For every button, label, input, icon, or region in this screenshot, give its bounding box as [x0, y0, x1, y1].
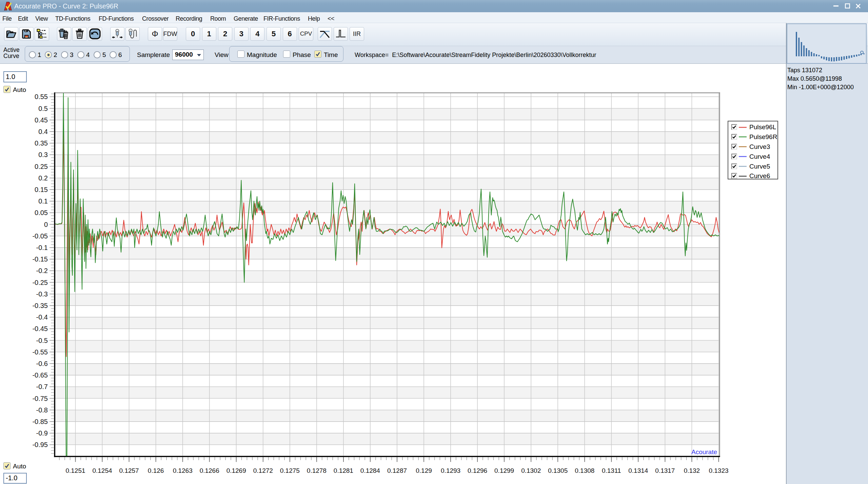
- svg-text:0.1272: 0.1272: [253, 467, 273, 474]
- svg-text:-0.6: -0.6: [36, 360, 48, 367]
- svg-text:0.1308: 0.1308: [575, 467, 594, 474]
- svg-text:0.1257: 0.1257: [119, 467, 139, 474]
- svg-text:0.5: 0.5: [38, 105, 48, 112]
- svg-text:-0.35: -0.35: [32, 302, 48, 309]
- svg-text:0.1323: 0.1323: [709, 467, 728, 474]
- svg-text:0.1311: 0.1311: [602, 467, 621, 474]
- svg-text:-0.8: -0.8: [36, 406, 48, 414]
- svg-text:-0.25: -0.25: [32, 279, 48, 286]
- svg-text:-0.05: -0.05: [32, 232, 48, 240]
- svg-text:0.25: 0.25: [35, 163, 48, 170]
- svg-text:0.1263: 0.1263: [173, 467, 193, 474]
- svg-text:0.1302: 0.1302: [521, 467, 541, 474]
- svg-text:0.1269: 0.1269: [226, 467, 246, 474]
- svg-text:0.1278: 0.1278: [307, 467, 327, 474]
- svg-text:-0.5: -0.5: [36, 337, 48, 344]
- svg-text:-0.75: -0.75: [32, 395, 48, 402]
- svg-text:-0.3: -0.3: [36, 290, 48, 298]
- svg-text:0.129: 0.129: [416, 467, 432, 474]
- svg-text:0.1299: 0.1299: [494, 467, 514, 474]
- svg-text:0: 0: [44, 221, 48, 228]
- svg-text:0.1284: 0.1284: [360, 467, 380, 474]
- svg-text:-0.65: -0.65: [32, 371, 48, 379]
- svg-text:-0.95: -0.95: [32, 441, 48, 448]
- svg-text:0.132: 0.132: [684, 467, 700, 474]
- svg-text:-0.2: -0.2: [36, 267, 48, 274]
- svg-text:0.1251: 0.1251: [65, 467, 85, 474]
- svg-text:0.1293: 0.1293: [441, 467, 460, 474]
- svg-text:0.126: 0.126: [148, 467, 164, 474]
- svg-text:0.1: 0.1: [38, 197, 48, 205]
- svg-text:-0.4: -0.4: [36, 313, 48, 321]
- svg-text:-0.15: -0.15: [32, 255, 48, 263]
- svg-text:-0.45: -0.45: [32, 325, 48, 332]
- svg-text:-0.1: -0.1: [36, 244, 48, 251]
- svg-text:-0.7: -0.7: [36, 383, 48, 390]
- svg-text:0.1317: 0.1317: [655, 467, 675, 474]
- svg-text:0.1314: 0.1314: [628, 467, 648, 474]
- svg-text:0.1254: 0.1254: [92, 467, 112, 474]
- svg-text:0.1305: 0.1305: [548, 467, 568, 474]
- svg-text:0.2: 0.2: [38, 174, 48, 182]
- svg-text:-0.85: -0.85: [32, 418, 48, 425]
- svg-text:0.1281: 0.1281: [334, 467, 353, 474]
- svg-text:0.4: 0.4: [38, 128, 48, 135]
- svg-text:0.1266: 0.1266: [200, 467, 219, 474]
- svg-text:0.1287: 0.1287: [387, 467, 407, 474]
- svg-text:0.45: 0.45: [35, 116, 48, 124]
- svg-text:0.55: 0.55: [35, 93, 48, 100]
- svg-text:Acourate: Acourate: [691, 448, 717, 456]
- svg-text:0.3: 0.3: [38, 151, 48, 158]
- svg-text:-0.9: -0.9: [36, 429, 48, 437]
- svg-text:-0.55: -0.55: [32, 348, 48, 356]
- svg-text:0.05: 0.05: [35, 209, 48, 216]
- svg-text:0.15: 0.15: [35, 186, 48, 193]
- svg-text:0.1296: 0.1296: [468, 467, 487, 474]
- svg-text:0.35: 0.35: [35, 139, 48, 147]
- svg-text:0.1275: 0.1275: [280, 467, 300, 474]
